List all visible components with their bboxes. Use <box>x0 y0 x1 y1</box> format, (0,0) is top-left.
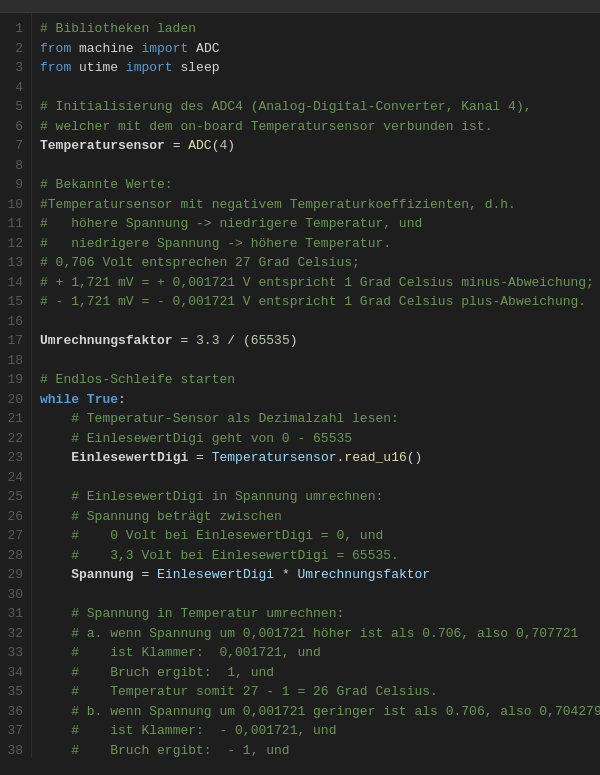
line-number: 9 <box>6 175 23 195</box>
line-number: 1 <box>6 19 23 39</box>
line-number: 2 <box>6 39 23 59</box>
code-line: #Temperatursensor mit negativem Temperat… <box>40 195 600 215</box>
code-line: # niedrigere Spannung -> höhere Temperat… <box>40 234 600 254</box>
code-line: from machine import ADC <box>40 39 600 59</box>
code-line: # höhere Spannung -> niedrigere Temperat… <box>40 214 600 234</box>
code-line: Spannung = EinlesewertDigi * Umrechnungs… <box>40 565 600 585</box>
line-number: 20 <box>6 390 23 410</box>
line-number: 21 <box>6 409 23 429</box>
code-line: # ist Klammer: 0,001721, und <box>40 643 600 663</box>
line-number: 38 <box>6 741 23 759</box>
code-line: Temperatursensor = ADC(4) <box>40 136 600 156</box>
line-number: 11 <box>6 214 23 234</box>
code-line: # Spannung beträgt zwischen <box>40 507 600 527</box>
code-line: # ist Klammer: - 0,001721, und <box>40 721 600 741</box>
code-line <box>40 78 600 98</box>
code-line <box>40 585 600 605</box>
line-number: 7 <box>6 136 23 156</box>
line-number: 23 <box>6 448 23 468</box>
code-line: # Temperatur somit 27 - 1 = 26 Grad Cels… <box>40 682 600 702</box>
line-number: 26 <box>6 507 23 527</box>
line-number: 33 <box>6 643 23 663</box>
line-number: 35 <box>6 682 23 702</box>
code-line: # 3,3 Volt bei EinlesewertDigi = 65535. <box>40 546 600 566</box>
code-line <box>40 351 600 371</box>
line-number: 34 <box>6 663 23 683</box>
code-line: # Endlos-Schleife starten <box>40 370 600 390</box>
code-line: # Bibliotheken laden <box>40 19 600 39</box>
code-line <box>40 156 600 176</box>
code-line: # Temperatur-Sensor als Dezimalzahl lese… <box>40 409 600 429</box>
line-number: 30 <box>6 585 23 605</box>
code-line: while True: <box>40 390 600 410</box>
code-line: # EinlesewertDigi in Spannung umrechnen: <box>40 487 600 507</box>
line-number: 32 <box>6 624 23 644</box>
line-number: 31 <box>6 604 23 624</box>
line-number: 14 <box>6 273 23 293</box>
line-number: 13 <box>6 253 23 273</box>
code-line: # Initialisierung des ADC4 (Analog-Digit… <box>40 97 600 117</box>
code-line: # b. wenn Spannung um 0,001721 geringer … <box>40 702 600 722</box>
line-number: 5 <box>6 97 23 117</box>
line-number: 8 <box>6 156 23 176</box>
line-number: 37 <box>6 721 23 741</box>
code-line: # - 1,721 mV = - 0,001721 V entspricht 1… <box>40 292 600 312</box>
line-number: 16 <box>6 312 23 332</box>
line-number: 3 <box>6 58 23 78</box>
code-line <box>40 468 600 488</box>
code-line <box>40 312 600 332</box>
code-line: # 0,706 Volt entsprechen 27 Grad Celsius… <box>40 253 600 273</box>
line-number: 15 <box>6 292 23 312</box>
line-number: 24 <box>6 468 23 488</box>
code-line: # a. wenn Spannung um 0,001721 höher ist… <box>40 624 600 644</box>
line-number: 4 <box>6 78 23 98</box>
line-number: 6 <box>6 117 23 137</box>
line-number: 25 <box>6 487 23 507</box>
code-line: # Spannung in Temperatur umrechnen: <box>40 604 600 624</box>
code-line: # Bruch ergibt: 1, und <box>40 663 600 683</box>
code-area: 1234567891011121314151617181920212223242… <box>0 13 600 758</box>
line-number: 22 <box>6 429 23 449</box>
line-number: 18 <box>6 351 23 371</box>
code-line: # + 1,721 mV = + 0,001721 V entspricht 1… <box>40 273 600 293</box>
code-content[interactable]: # Bibliotheken ladenfrom machine import … <box>32 13 600 758</box>
line-number: 17 <box>6 331 23 351</box>
line-number: 27 <box>6 526 23 546</box>
line-number: 12 <box>6 234 23 254</box>
code-line: EinlesewertDigi = Temperatursensor.read_… <box>40 448 600 468</box>
code-line: # welcher mit dem on-board Temperatursen… <box>40 117 600 137</box>
code-line: from utime import sleep <box>40 58 600 78</box>
code-line: # EinlesewertDigi geht von 0 - 65535 <box>40 429 600 449</box>
title-bar <box>0 0 600 13</box>
line-numbers: 1234567891011121314151617181920212223242… <box>0 13 32 758</box>
code-line: Umrechnungsfaktor = 3.3 / (65535) <box>40 331 600 351</box>
line-number: 19 <box>6 370 23 390</box>
code-line: # Bekannte Werte: <box>40 175 600 195</box>
line-number: 36 <box>6 702 23 722</box>
line-number: 28 <box>6 546 23 566</box>
code-line: # 0 Volt bei EinlesewertDigi = 0, und <box>40 526 600 546</box>
code-line: # Bruch ergibt: - 1, und <box>40 741 600 759</box>
line-number: 10 <box>6 195 23 215</box>
line-number: 29 <box>6 565 23 585</box>
